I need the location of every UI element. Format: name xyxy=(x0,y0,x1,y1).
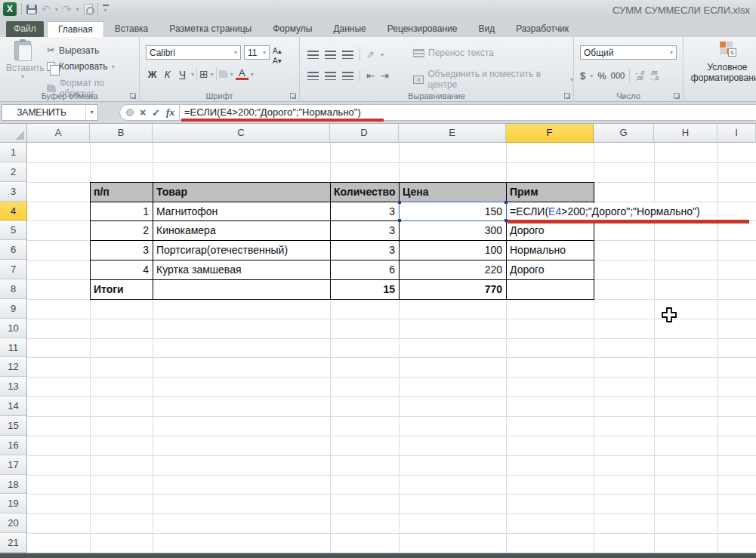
cell-D6[interactable]: 3 xyxy=(330,240,400,261)
currency-button[interactable]: $ xyxy=(580,70,585,82)
ribbon-tab[interactable]: Формулы xyxy=(262,21,322,37)
cell-F7[interactable]: Дорого xyxy=(506,260,594,280)
row-header-17[interactable]: 17 xyxy=(0,455,27,475)
ribbon-tab[interactable]: Вставка xyxy=(104,21,159,37)
column-header-C[interactable]: C xyxy=(153,124,330,143)
row-header-8[interactable]: 8 xyxy=(0,279,27,299)
column-header-A[interactable]: A xyxy=(27,124,90,143)
ribbon-tab[interactable]: Главная xyxy=(47,21,104,37)
dialog-launcher-icon[interactable] xyxy=(674,93,680,99)
column-header-E[interactable]: E xyxy=(399,124,506,143)
borders-button[interactable]: ⊞ xyxy=(199,68,208,80)
orientation-button[interactable]: ⇗ xyxy=(366,49,375,60)
cell-C6[interactable]: Портсигар(отечественный) xyxy=(153,240,331,261)
confirm-entry-button[interactable]: ✓ xyxy=(152,107,160,119)
align-left-icon[interactable] xyxy=(307,72,319,80)
row-header-16[interactable]: 16 xyxy=(0,436,27,455)
currency-dropdown-icon[interactable]: ▾ xyxy=(590,72,593,79)
row-header-10[interactable]: 10 xyxy=(0,319,27,338)
cell-F8[interactable] xyxy=(506,279,594,300)
cell-F5[interactable]: Дорого xyxy=(506,220,594,241)
bold-button[interactable]: Ж xyxy=(146,69,159,80)
cell-F3[interactable]: Прим xyxy=(506,182,594,202)
row-header-13[interactable]: 13 xyxy=(0,377,27,396)
redo-dropdown-icon[interactable]: ▾ xyxy=(76,6,79,13)
paste-button[interactable]: Вставить ▾ xyxy=(6,41,39,86)
cell-C7[interactable]: Куртка замшевая xyxy=(153,260,331,280)
column-header-F[interactable]: F xyxy=(506,124,594,143)
copy-button[interactable]: Копировать ▾ xyxy=(47,61,115,72)
cell-B4[interactable]: 1 xyxy=(90,202,153,222)
align-middle-icon[interactable] xyxy=(325,51,336,59)
row-header-3[interactable]: 3 xyxy=(0,182,27,202)
row-header-12[interactable]: 12 xyxy=(0,357,27,377)
print-preview-icon[interactable] xyxy=(84,4,93,14)
font-size-select[interactable]: 11 ▾ xyxy=(244,45,270,60)
merge-center-button[interactable]: a Объединить и поместить в центре ▾ xyxy=(413,69,573,90)
cell-E6[interactable]: 100 xyxy=(399,240,507,261)
thousands-button[interactable]: 000 xyxy=(611,71,625,80)
conditional-formatting-button[interactable]: ≤ Условное форматирование xyxy=(683,42,756,83)
paste-dropdown-icon[interactable]: ▾ xyxy=(6,73,39,80)
cell-B8[interactable]: Итоги xyxy=(90,279,153,300)
row-header-11[interactable]: 11 xyxy=(0,338,27,358)
number-format-select[interactable]: Общий ▾ xyxy=(580,45,677,60)
cell-D4[interactable]: 3 xyxy=(330,202,400,222)
cell-edit-formula[interactable]: =ЕСЛИ(E4>200;"Дорого";"Нормально") xyxy=(508,203,702,220)
row-header-14[interactable]: 14 xyxy=(0,396,27,416)
cell-C4[interactable]: Магнитофон xyxy=(153,202,331,222)
cell-C3[interactable]: Товар xyxy=(153,182,331,202)
font-color-dropdown-icon[interactable]: ▾ xyxy=(251,71,254,78)
shrink-font-button[interactable]: A▾ xyxy=(273,57,282,65)
worksheet-grid[interactable]: ABCDEFGHI1234567891011121314151617181920… xyxy=(0,124,756,553)
column-header-H[interactable]: H xyxy=(654,124,717,143)
align-top-icon[interactable] xyxy=(307,51,319,59)
percent-button[interactable]: % xyxy=(597,70,606,82)
row-header-21[interactable]: 21 xyxy=(0,533,27,553)
wrap-text-button[interactable]: Перенос текста xyxy=(413,48,494,58)
cell-D7[interactable]: 6 xyxy=(330,260,400,280)
orientation-dropdown-icon[interactable]: ▾ xyxy=(381,51,384,58)
fill-dropdown-icon[interactable]: ▾ xyxy=(230,71,233,78)
align-bottom-icon[interactable] xyxy=(342,51,353,59)
row-header-20[interactable]: 20 xyxy=(0,513,27,533)
decrease-decimal-button[interactable]: ,00→,0 xyxy=(649,70,659,81)
cell-E7[interactable]: 220 xyxy=(399,260,507,280)
fill-color-button[interactable] xyxy=(219,70,228,78)
name-box[interactable]: ЗАМЕНИТЬ ▾ xyxy=(2,104,98,121)
ribbon-tab[interactable]: Рецензирование xyxy=(377,21,468,37)
font-name-select[interactable]: Calibri ▾ xyxy=(146,45,241,60)
increase-indent-icon[interactable]: ⇥ xyxy=(381,70,389,82)
cell-B3[interactable]: п/п xyxy=(90,182,153,202)
ribbon-tab[interactable]: Данные xyxy=(322,21,376,37)
align-center-icon[interactable] xyxy=(325,72,336,80)
increase-decimal-button[interactable]: ←,0,00 xyxy=(634,70,644,81)
row-header-18[interactable]: 18 xyxy=(0,475,27,495)
select-all-corner[interactable] xyxy=(0,124,27,143)
cell-B7[interactable]: 4 xyxy=(90,260,153,280)
cut-button[interactable]: ✂ Вырезать xyxy=(47,45,99,56)
row-header-2[interactable]: 2 xyxy=(0,162,27,182)
italic-button[interactable]: К xyxy=(161,69,174,80)
row-header-5[interactable]: 5 xyxy=(0,220,27,240)
cell-D3[interactable]: Количество xyxy=(330,182,400,202)
column-header-B[interactable]: B xyxy=(90,124,153,143)
dialog-launcher-icon[interactable] xyxy=(130,93,136,99)
column-header-I[interactable]: I xyxy=(717,124,756,143)
ribbon-tab[interactable]: Вид xyxy=(467,21,505,37)
tab-file[interactable]: Файл xyxy=(6,21,44,37)
cell-D5[interactable]: 3 xyxy=(330,220,400,241)
cell-C5[interactable]: Кинокамера xyxy=(153,220,331,241)
cell-C8[interactable] xyxy=(153,279,331,300)
row-header-4[interactable]: 4 xyxy=(0,202,27,221)
decrease-indent-icon[interactable]: ⇤ xyxy=(366,70,375,82)
cell-E8[interactable]: 770 xyxy=(399,279,507,300)
cell-B6[interactable]: 3 xyxy=(90,240,153,261)
borders-dropdown-icon[interactable]: ▾ xyxy=(211,71,214,78)
undo-icon[interactable]: ↶ xyxy=(42,4,51,14)
grow-font-button[interactable]: A▴ xyxy=(273,47,282,55)
redo-icon[interactable]: ↷ xyxy=(63,4,72,14)
cell-D8[interactable]: 15 xyxy=(330,279,400,300)
row-header-15[interactable]: 15 xyxy=(0,416,27,436)
underline-button[interactable]: Ч xyxy=(176,69,189,80)
